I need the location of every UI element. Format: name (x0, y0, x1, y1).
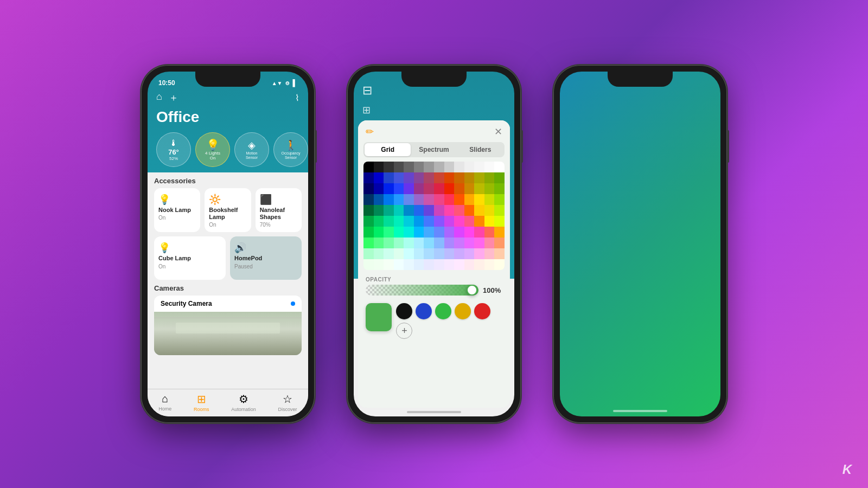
color-cell[interactable] (424, 183, 434, 194)
color-cell[interactable] (384, 216, 394, 227)
color-cell[interactable] (363, 237, 374, 248)
color-cell[interactable] (374, 237, 384, 248)
color-cell[interactable] (474, 237, 484, 248)
color-cell[interactable] (474, 259, 484, 270)
color-cell[interactable] (363, 227, 374, 237)
color-cell[interactable] (374, 194, 384, 205)
color-cell[interactable] (404, 259, 414, 270)
color-cell[interactable] (414, 172, 424, 183)
color-cell[interactable] (374, 162, 384, 172)
color-cell[interactable] (464, 162, 475, 172)
swatch-yellow[interactable] (455, 303, 471, 319)
color-cell[interactable] (454, 259, 464, 270)
color-cell[interactable] (454, 172, 464, 183)
color-cell[interactable] (444, 259, 455, 270)
color-cell[interactable] (494, 205, 505, 216)
color-cell[interactable] (363, 172, 374, 183)
color-cell[interactable] (404, 172, 414, 183)
color-cell[interactable] (474, 248, 484, 259)
tab-rooms[interactable]: ⊞ Rooms (194, 393, 209, 412)
color-cell[interactable] (374, 205, 384, 216)
color-cell[interactable] (394, 162, 404, 172)
temperature-stat[interactable]: 🌡 76° 52% (156, 132, 191, 167)
color-cell[interactable] (414, 259, 424, 270)
color-cell[interactable] (374, 248, 384, 259)
color-cell[interactable] (434, 194, 444, 205)
color-cell[interactable] (454, 248, 464, 259)
color-cell[interactable] (374, 259, 384, 270)
color-cell[interactable] (464, 216, 475, 227)
color-cell[interactable] (434, 216, 444, 227)
color-cell[interactable] (494, 259, 505, 270)
color-cell[interactable] (494, 227, 505, 237)
bookshelf-lamp-tile[interactable]: 🔆 Bookshelf Lamp On (205, 188, 251, 232)
color-grid[interactable] (363, 162, 505, 270)
color-cell[interactable] (404, 162, 414, 172)
color-cell[interactable] (394, 205, 404, 216)
color-cell[interactable] (424, 248, 434, 259)
color-cell[interactable] (374, 227, 384, 237)
color-cell[interactable] (434, 183, 444, 194)
color-cell[interactable] (374, 183, 384, 194)
color-cell[interactable] (404, 216, 414, 227)
color-cell[interactable] (464, 248, 475, 259)
color-cell[interactable] (414, 237, 424, 248)
color-cell[interactable] (494, 216, 505, 227)
color-cell[interactable] (484, 237, 495, 248)
color-cell[interactable] (454, 183, 464, 194)
opacity-slider[interactable] (366, 285, 478, 296)
color-cell[interactable] (444, 194, 455, 205)
opacity-thumb[interactable] (467, 285, 477, 296)
color-cell[interactable] (404, 183, 414, 194)
nook-lamp-tile[interactable]: 💡 Nook Lamp On (154, 188, 200, 232)
color-cell[interactable] (424, 237, 434, 248)
color-cell[interactable] (363, 194, 374, 205)
color-cell[interactable] (464, 172, 475, 183)
active-swatch[interactable] (366, 303, 392, 331)
color-cell[interactable] (394, 216, 404, 227)
color-cell[interactable] (404, 248, 414, 259)
color-cell[interactable] (444, 183, 455, 194)
cube-lamp-tile[interactable]: 💡 Cube Lamp On (154, 236, 226, 280)
color-cell[interactable] (474, 205, 484, 216)
tab-automation[interactable]: ⚙ Automation (231, 393, 256, 412)
tab-discover[interactable]: ☆ Discover (278, 393, 297, 412)
color-cell[interactable] (424, 162, 434, 172)
swatch-red[interactable] (474, 303, 490, 319)
swatch-black[interactable] (396, 303, 412, 319)
color-cell[interactable] (384, 205, 394, 216)
color-cell[interactable] (474, 162, 484, 172)
lights-stat[interactable]: 💡 4 LightsOn (195, 132, 230, 167)
color-cell[interactable] (434, 205, 444, 216)
tab-grid[interactable]: Grid (365, 143, 411, 156)
color-cell[interactable] (484, 216, 495, 227)
color-cell[interactable] (414, 183, 424, 194)
color-cell[interactable] (454, 205, 464, 216)
color-cell[interactable] (454, 227, 464, 237)
color-cell[interactable] (434, 227, 444, 237)
color-cell[interactable] (414, 248, 424, 259)
color-cell[interactable] (484, 227, 495, 237)
home-icon[interactable]: ⌂ (156, 91, 162, 104)
color-cell[interactable] (363, 183, 374, 194)
color-cell[interactable] (424, 227, 434, 237)
color-cell[interactable] (384, 248, 394, 259)
color-cell[interactable] (464, 227, 475, 237)
color-cell[interactable] (454, 162, 464, 172)
occupancy-stat[interactable]: 🚶 OccupancySensor (273, 132, 308, 167)
color-cell[interactable] (384, 162, 394, 172)
add-swatch-button[interactable]: + (396, 323, 412, 339)
security-camera-card[interactable]: Security Camera (154, 296, 302, 355)
color-cell[interactable] (394, 237, 404, 248)
color-cell[interactable] (484, 172, 495, 183)
tab-home[interactable]: ⌂ Home (158, 393, 171, 412)
color-cell[interactable] (384, 227, 394, 237)
color-cell[interactable] (444, 227, 455, 237)
nanoleaf-tile[interactable]: ⬛ Nanoleaf Shapes 70% (256, 188, 302, 232)
color-cell[interactable] (464, 183, 475, 194)
color-cell[interactable] (424, 205, 434, 216)
color-cell[interactable] (494, 248, 505, 259)
color-cell[interactable] (434, 259, 444, 270)
color-cell[interactable] (363, 162, 374, 172)
color-cell[interactable] (444, 162, 455, 172)
